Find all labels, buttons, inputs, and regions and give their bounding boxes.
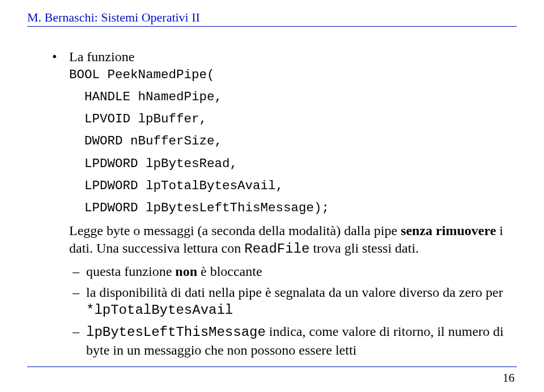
code-line-3: LPVOID lpBuffer,: [69, 111, 517, 127]
sub1-bold: non: [175, 264, 197, 279]
sub2-tt: *lpTotalBytesAvail: [86, 302, 233, 318]
para1-part-a: Legge byte o messaggi (a seconda della m…: [69, 223, 401, 238]
para1-part-c: trova gli stessi dati.: [309, 241, 419, 255]
sub-item-3: – lpBytesLeftThisMessage indica, come va…: [69, 323, 517, 359]
dash-marker: –: [69, 263, 86, 280]
para1-tt: ReadFile: [244, 241, 309, 257]
sublist: – questa funzione non è bloccante – la d…: [69, 263, 517, 359]
code-line-1: BOOL PeekNamedPipe(: [69, 67, 517, 83]
code-line-7: LPDWORD lpBytesLeftThisMessage);: [69, 200, 517, 216]
slide-content: • La funzione BOOL PeekNamedPipe( HANDLE…: [27, 48, 517, 363]
para1-bold: senza rimuovere: [401, 223, 496, 238]
code-line-2: HANDLE hNamedPipe,: [69, 89, 517, 105]
sub1-b: è bloccante: [197, 264, 262, 279]
sub-item-1: – questa funzione non è bloccante: [69, 263, 517, 280]
footer-rule: [27, 367, 517, 367]
page-header: M. Bernaschi: Sistemi Operativi II: [27, 10, 517, 27]
bullet-item: • La funzione BOOL PeekNamedPipe( HANDLE…: [52, 48, 517, 363]
sub1-a: questa funzione: [86, 264, 175, 279]
dash-marker: –: [69, 323, 86, 359]
bullet-marker: •: [52, 48, 69, 363]
sub3-tt: lpBytesLeftThisMessage: [86, 325, 266, 340]
code-line-4: DWORD nBufferSize,: [69, 133, 517, 150]
sub-item-2: – la disponibilità di dati nella pipe è …: [69, 284, 517, 319]
sub2-a: la disponibilità di dati nella pipe è se…: [86, 285, 503, 300]
code-line-6: LPDWORD lpTotalBytesAvail,: [69, 178, 517, 194]
paragraph-1: Legge byte o messaggi (a seconda della m…: [69, 222, 517, 258]
page-number: 16: [503, 371, 515, 385]
bullet-lead-text: La funzione: [69, 48, 517, 66]
dash-marker: –: [69, 284, 86, 319]
code-line-5: LPDWORD lpBytesRead,: [69, 156, 517, 172]
